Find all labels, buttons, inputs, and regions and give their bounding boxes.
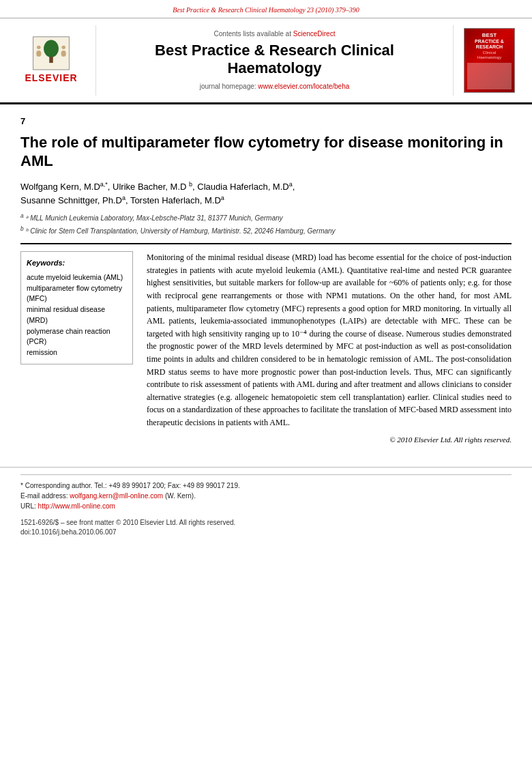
article-number: 7 <box>20 115 512 128</box>
journal-cover-area: BEST PRACTICE &RESEARCH ClinicalHaematol… <box>460 25 518 96</box>
copyright-line: © 2010 Elsevier Ltd. All rights reserved… <box>147 435 512 445</box>
affiliation-b: b ᵇ Clinic for Stem Cell Transplantation… <box>20 225 512 236</box>
page: Best Practice & Research Clinical Haemat… <box>0 0 532 774</box>
elsevier-logo: ELSEVIER <box>20 36 82 85</box>
cover-best-label: BEST <box>482 31 497 39</box>
svg-point-6 <box>61 51 66 57</box>
journal-title: Best Practice & Research Clinical Haemat… <box>107 42 442 78</box>
keywords-title: Keywords: <box>27 257 127 270</box>
abstract-section: Keywords: acute myeloid leukemia (AML) m… <box>20 251 512 445</box>
elsevier-tree-icon <box>20 36 82 70</box>
author-schnittger: Susanne Schnittger, Ph.Da, <box>20 195 130 205</box>
footnote-section: * Corresponding author. Tel.: +49 89 990… <box>20 474 512 511</box>
corresponding-author-note: * Corresponding author. Tel.: +49 89 990… <box>20 481 512 491</box>
keyword-2: multiparameter flow cytometry (MFC) <box>27 283 127 305</box>
keywords-column: Keywords: acute myeloid leukemia (AML) m… <box>20 251 133 445</box>
keyword-3: minimal residual disease (MRD) <box>27 304 127 326</box>
svg-point-7 <box>61 45 65 48</box>
contents-line: Contents lists available at ScienceDirec… <box>214 29 336 39</box>
keywords-box: Keywords: acute myeloid leukemia (AML) m… <box>20 251 133 364</box>
keyword-1: acute myeloid leukemia (AML) <box>27 272 127 283</box>
elsevier-wordmark: ELSEVIER <box>20 72 82 85</box>
abstract-text: Monitoring of the minimal residual disea… <box>147 251 512 429</box>
authors-line: Wolfgang Kern, M.Da,*, Ulrike Bacher, M.… <box>20 180 512 207</box>
homepage-url[interactable]: www.elsevier.com/locate/beha <box>258 83 349 90</box>
main-content: 7 The role of multiparameter flow cytome… <box>0 104 532 456</box>
doi-line: doi:10.1016/j.beha.2010.06.007 <box>20 528 512 537</box>
journal-cover-image: BEST PRACTICE &RESEARCH ClinicalHaematol… <box>464 28 515 93</box>
sciencedirect-link[interactable]: ScienceDirect <box>293 30 336 38</box>
cover-practice-label: PRACTICE &RESEARCH <box>475 39 504 49</box>
svg-point-5 <box>37 45 40 48</box>
cover-decorative-image <box>467 63 512 89</box>
svg-point-4 <box>36 51 41 57</box>
article-title: The role of multiparameter flow cytometr… <box>20 133 512 171</box>
issn-line: 1521-6926/$ – see front matter © 2010 El… <box>20 518 512 528</box>
author-kern: Wolfgang Kern, M.Da,*, <box>20 182 113 192</box>
keyword-4: polymerase chain reaction (PCR) <box>27 326 127 348</box>
svg-rect-2 <box>49 57 53 63</box>
affiliations: a ᵃ MLL Munich Leukemia Laboratory, Max-… <box>20 212 512 237</box>
email-footnote: E-mail address: wolfgang.kern@mll-online… <box>20 491 512 501</box>
author-claudia: Claudia Haferlach, M.Da, <box>197 182 295 192</box>
journal-reference-text: Best Practice & Research Clinical Haemat… <box>173 6 359 14</box>
affiliation-a: a ᵃ MLL Munich Leukemia Laboratory, Max-… <box>20 212 512 223</box>
journal-info-center: Contents lists available at ScienceDirec… <box>95 25 454 96</box>
keyword-5: remission <box>27 347 127 358</box>
elsevier-logo-area: ELSEVIER <box>14 25 89 96</box>
journal-homepage: journal homepage: www.elsevier.com/locat… <box>200 82 350 91</box>
footer-area: * Corresponding author. Tel.: +49 89 990… <box>0 467 532 544</box>
svg-point-1 <box>44 40 59 57</box>
cover-subtitle: ClinicalHaematology <box>477 51 501 59</box>
author-bacher: Ulrike Bacher, M.D b, <box>113 182 197 192</box>
author-email[interactable]: wolfgang.kern@mll-online.com <box>70 492 163 500</box>
abstract-column: Monitoring of the minimal residual disea… <box>147 251 512 445</box>
journal-header: ELSEVIER Contents lists available at Sci… <box>0 18 532 104</box>
author-url[interactable]: http://www.mll-online.com <box>38 502 115 510</box>
author-torsten: Torsten Haferlach, M.Da <box>130 195 224 205</box>
journal-reference-bar: Best Practice & Research Clinical Haemat… <box>0 0 532 18</box>
url-footnote: URL: http://www.mll-online.com <box>20 501 512 511</box>
header-divider <box>20 243 512 244</box>
